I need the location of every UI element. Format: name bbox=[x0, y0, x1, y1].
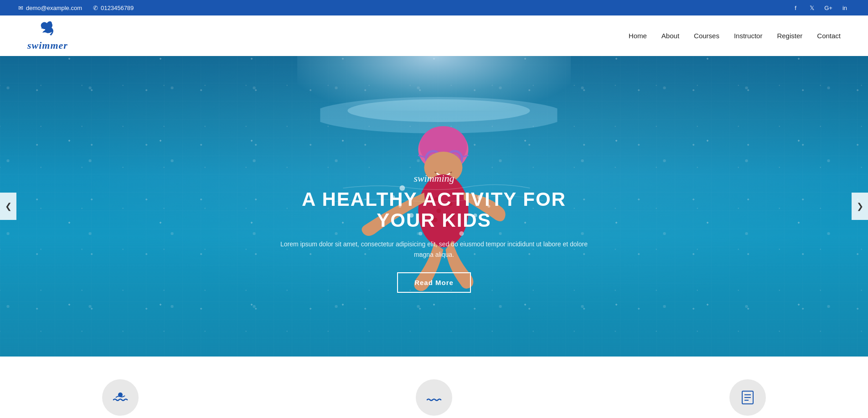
phone-icon: ✆ bbox=[93, 5, 98, 11]
twitter-link[interactable]: 𝕏 bbox=[807, 3, 817, 13]
slider-next-button[interactable]: ❯ bbox=[852, 193, 868, 220]
nav-home[interactable]: Home bbox=[629, 30, 647, 41]
slider-prev-button[interactable]: ❮ bbox=[0, 193, 16, 220]
phone-contact: ✆ 0123456789 bbox=[93, 5, 134, 11]
facebook-link[interactable]: f bbox=[790, 3, 801, 13]
logo-icon bbox=[38, 20, 57, 40]
linkedin-link[interactable]: in bbox=[840, 3, 850, 13]
nav-register[interactable]: Register bbox=[777, 30, 802, 41]
nav-about[interactable]: About bbox=[661, 30, 679, 41]
header: swimmer Home About Courses Instructor Re… bbox=[0, 15, 868, 56]
feature-2-icon bbox=[416, 379, 452, 416]
chevron-right-icon: ❯ bbox=[857, 201, 863, 211]
logo: swimmer bbox=[27, 20, 68, 51]
svg-point-1 bbox=[347, 99, 530, 122]
hero-content: swimming A HEALTHY ACTIVITY FOR YOUR KID… bbox=[274, 173, 594, 293]
hero-description: Lorem ipsum dolor sit amet, consectetur … bbox=[274, 239, 594, 260]
nav-courses[interactable]: Courses bbox=[694, 30, 719, 41]
feature-3-icon bbox=[729, 379, 766, 416]
hero-subtitle: swimming bbox=[274, 173, 594, 184]
feature-1-icon bbox=[102, 379, 139, 416]
phone-number: 0123456789 bbox=[101, 5, 134, 11]
googleplus-link[interactable]: G+ bbox=[823, 3, 833, 13]
email-address: demo@example.com bbox=[26, 5, 82, 11]
email-contact: ✉ demo@example.com bbox=[18, 5, 82, 11]
top-bar: ✉ demo@example.com ✆ 0123456789 f 𝕏 G+ i… bbox=[0, 0, 868, 15]
features-section bbox=[0, 357, 868, 418]
chevron-left-icon: ❮ bbox=[5, 201, 12, 211]
hero-title: A HEALTHY ACTIVITY FOR YOUR KIDS bbox=[274, 189, 594, 231]
social-links: f 𝕏 G+ in bbox=[790, 3, 850, 13]
hero-section: swimming A HEALTHY ACTIVITY FOR YOUR KID… bbox=[0, 56, 868, 357]
logo-text: swimmer bbox=[27, 40, 68, 51]
top-bar-left: ✉ demo@example.com ✆ 0123456789 bbox=[18, 5, 134, 11]
main-nav: Home About Courses Instructor Register C… bbox=[629, 30, 841, 41]
nav-contact[interactable]: Contact bbox=[817, 30, 841, 41]
email-icon: ✉ bbox=[18, 5, 23, 11]
nav-instructor[interactable]: Instructor bbox=[734, 30, 763, 41]
read-more-button[interactable]: Read More bbox=[397, 272, 471, 293]
